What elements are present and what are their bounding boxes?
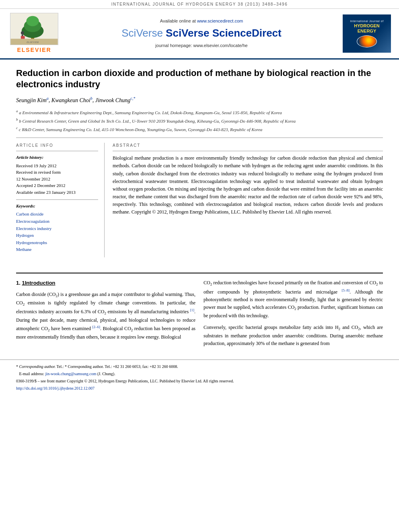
journal-intl-label: International Journal of [350,19,383,23]
issn-note: 0360-3199/$ – see front matter Copyright… [16,378,383,384]
article-info-label: Article Info [16,143,98,148]
article-title: Reduction in carbon dioxide and producti… [16,68,383,90]
doi-note: http://dx.doi.org/10.1016/j.ijhydene.201… [16,385,383,392]
header-divider [16,138,383,138]
abstract-divider [113,151,383,151]
footer-notes: * Corresponding author. Tel.: * Correspo… [0,359,399,395]
info-divider [16,151,98,151]
affiliation-b: b b Central Research Center, Green and G… [16,117,383,124]
keyword-electronics[interactable]: Electronics industry [16,225,98,232]
body-content: 1. 1Introduction Carbon dioxide (CO2) is… [0,273,399,359]
svg-point-5 [27,16,39,26]
body-left-column: 1. 1Introduction Carbon dioxide (CO2) is… [16,279,195,351]
email-link[interactable]: jin-wook.chung@samsung.com [45,372,96,376]
journal-name-label: HYDROGENENERGY [354,23,380,34]
author-seungjin: Seungjin Kim [16,97,47,103]
keyword-hydrogen[interactable]: Hydrogen [16,232,98,239]
article-info-column: Article Info Article history: Received 1… [16,143,105,257]
keyword-co2[interactable]: Carbon dioxide [16,211,98,218]
body-divider [16,273,383,273]
keywords-title: Keywords: [16,203,98,209]
abstract-label: Abstract [113,143,383,148]
author-kwangkeun: Kwangkeun Choi [51,97,90,103]
svg-text:ELSEVIER: ELSEVIER [26,41,39,43]
journal-header-bar: International Journal of Hydrogen Energy… [0,0,399,9]
intro-right-para2: Conversely, specific bacterial groups me… [204,324,383,347]
keywords-block: Keywords: Carbon dioxide Electrocoagulat… [16,203,98,253]
history-block: Article history: Received 19 July 2012 R… [16,154,98,195]
main-content: Reduction in carbon dioxide and producti… [0,60,399,265]
keyword-electrocoagulation[interactable]: Electrocoagulation [16,218,98,225]
body-right-column: CO2 reduction technologies have focused … [204,279,383,351]
affiliation-a: a a Environmental & Infrastructure Engin… [16,109,383,116]
corresponding-author-note: * Corresponding author. Tel.: * Correspo… [16,364,383,370]
keyword-hydrogenotrophs[interactable]: Hydrogenotrophs [16,239,98,246]
journal-homepage: journal homepage: www.elsevier.com/locat… [60,43,343,49]
affiliations: a a Environmental & Infrastructure Engin… [16,109,383,133]
keyword-methane[interactable]: Methane [16,246,98,253]
elsevier-wordmark: ELSEVIER [17,46,51,54]
accepted-date: Accepted 2 December 2012 [16,182,98,189]
intro-right-para1: CO2 reduction technologies have focused … [204,279,383,320]
logo-row: ELSEVIER ELSEVIER Available online at ww… [0,9,399,60]
history-title: Article history: [16,154,98,160]
authors-line: Seungjin Kima, Kwangkeun Choib, Jinwook … [16,96,383,105]
section1-heading: 1. 1Introduction [16,279,195,288]
elsevier-logo: ELSEVIER ELSEVIER [8,13,60,54]
doi-link[interactable]: http://dx.doi.org/10.1016/j.ijhydene.201… [16,386,95,390]
keywords-divider [16,199,98,200]
body-two-column: 1. 1Introduction Carbon dioxide (CO2) is… [16,279,383,351]
sciverse-center: Available online at www.sciencedirect.co… [60,18,343,49]
abstract-text: Biological methane production is a more … [113,154,383,216]
info-abstract-section: Article Info Article history: Received 1… [16,143,383,257]
svg-rect-8 [21,36,25,39]
journal-bar-text: International Journal of Hydrogen Energy… [111,2,288,6]
sciverse-logo: SciVerse SciVerse ScienceDirect [60,26,343,40]
sciencedirect-link[interactable]: www.sciencedirect.com [197,18,243,23]
intro-left-para: Carbon dioxide (CO2) is a greenhouse gas… [16,291,195,341]
available-online-text: Available online at www.sciencedirect.co… [60,18,343,24]
author-jinwook: Jinwook Chung [95,97,131,103]
available-online-date: Available online 23 January 2013 [16,189,98,196]
elsevier-tree-icon: ELSEVIER [10,13,58,45]
journal-cover-box: International Journal of HYDROGENENERGY [343,14,391,53]
received-date: Received 19 July 2012 [16,162,98,169]
revised-date: Received in revised form12 November 2012 [16,169,98,182]
svg-point-6 [21,31,24,35]
abstract-column: Abstract Biological methane production i… [113,143,383,257]
affiliation-c: c c R&D Center, Samsung Engineering Co. … [16,125,383,133]
email-note: E-mail address: jin-wook.chung@samsung.c… [16,371,383,377]
